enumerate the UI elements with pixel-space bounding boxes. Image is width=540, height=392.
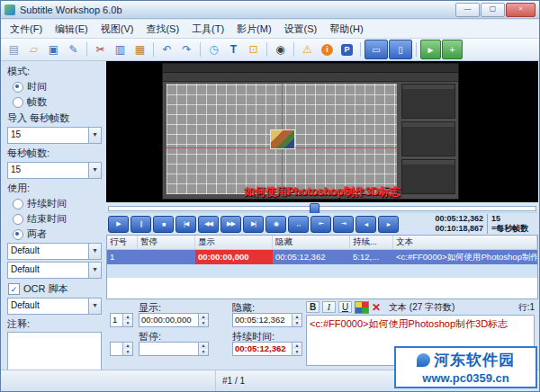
undo-icon[interactable]: ↶ [158, 40, 176, 58]
radio-icon [13, 199, 23, 209]
col-line-number[interactable]: 行号 [107, 236, 138, 249]
spinner-arrows-icon[interactable]: ▲▼ [198, 314, 208, 326]
video-preview[interactable]: 如何使用Photoshop制作3D标志 [106, 61, 538, 202]
redo-icon[interactable]: ↷ [177, 40, 196, 58]
ocr-script-select[interactable]: Default ▼ [7, 298, 102, 315]
player-controls: ▶ ∥ ■ |◀ ◀◀ ▶▶ ▶| ◉ ↔ ⇤ ⇥ ◄ ► 00:05:12,3… [106, 213, 538, 235]
text-styles-icon[interactable]: T [224, 40, 243, 58]
external-preview-icon[interactable]: + [442, 40, 463, 59]
video-frame-canvas [166, 84, 397, 194]
mode-label: 模式: [7, 65, 102, 78]
pause-spinner[interactable]: ▲▼ [139, 342, 209, 356]
menu-item-settings[interactable]: 设置(S) [278, 21, 324, 38]
save-icon[interactable]: ▣ [44, 40, 63, 58]
search-icon[interactable]: ◉ [271, 40, 290, 58]
col-pause[interactable]: 暂停 [138, 236, 195, 249]
move-subtitle-button[interactable]: ↔ [288, 216, 309, 233]
spinner-arrows-icon[interactable]: ▲▼ [122, 314, 132, 326]
close-button[interactable]: × [506, 3, 536, 17]
spinner-arrows-icon[interactable]: ▲▼ [122, 343, 132, 355]
underline-button[interactable]: U [338, 301, 352, 313]
seek-bar[interactable] [106, 202, 538, 213]
maximize-button[interactable]: ▢ [481, 3, 505, 17]
information-icon[interactable]: i [318, 40, 337, 58]
charset-translated-select[interactable]: Default ▼ [7, 262, 102, 279]
next-subtitle-button[interactable]: ▶| [243, 216, 264, 233]
pause-button[interactable]: ∥ [130, 216, 151, 233]
movie-mode-icon[interactable]: ► [420, 40, 441, 59]
stop-button[interactable]: ■ [153, 216, 174, 233]
subtitle-number-spinner[interactable]: 1 ▲▼ [110, 313, 133, 327]
toolbar: ▤ ▱ ▣ ✎ ✂ ▥ ▦ ↶ ↷ ◷ T ⊡ ◉ ⚠ i P ▭ ▯ ► + [1, 39, 539, 61]
titlebar[interactable]: Subtitle Workshop 6.0b — ▢ × [1, 1, 539, 19]
seek-track[interactable] [108, 206, 536, 211]
counter-spinner[interactable]: ▲▼ [110, 342, 133, 356]
col-hide[interactable]: 隐藏 [273, 236, 350, 249]
comments-icon[interactable]: ⊡ [244, 40, 263, 58]
menu-item-tools[interactable]: 工具(T) [185, 21, 230, 38]
col-show[interactable]: 显示 [195, 236, 273, 249]
new-file-icon[interactable]: ▤ [4, 40, 23, 58]
chevron-down-icon[interactable]: ▼ [88, 163, 101, 178]
charset-original-select[interactable]: Default ▼ [7, 243, 102, 260]
col-text[interactable]: 文本 [393, 236, 537, 249]
font-color-icon[interactable] [355, 301, 369, 314]
rewind-button[interactable]: ◀◀ [198, 216, 219, 233]
mode-time-radio[interactable]: 时间 [13, 80, 102, 94]
menu-item-view[interactable]: 视图(V) [94, 21, 140, 38]
duration-spinner[interactable]: 00:05:12,362 ▲▼ [232, 342, 302, 356]
hide-time-spinner[interactable]: 00:05:12,362 ▲▼ [232, 313, 302, 327]
toolbar-separator [293, 42, 294, 57]
open-file-icon[interactable]: ▱ [24, 40, 43, 58]
pascal-scripts-icon[interactable]: P [338, 40, 356, 58]
ocr-scripts-checkbox[interactable]: ✓ OCR 脚本 [8, 282, 102, 296]
menu-item-search[interactable]: 查找(S) [140, 21, 185, 38]
radio-icon [13, 82, 23, 93]
input-fps-select[interactable]: 15 ▼ [7, 127, 102, 144]
menu-item-help[interactable]: 帮助(H) [323, 21, 369, 38]
line-indicator: 行:1 [518, 301, 535, 314]
chevron-down-icon[interactable]: ▼ [88, 263, 101, 278]
menu-item-edit[interactable]: 编辑(E) [49, 21, 94, 38]
subtitle-grid[interactable]: 行号 暂停 显示 隐藏 持续... 文本 1 00:00:00,000 00:0… [106, 235, 538, 299]
menu-item-file[interactable]: 文件(F) [4, 21, 49, 38]
end-subtitle-button[interactable]: ► [378, 216, 399, 233]
fps-select[interactable]: 15 ▼ [7, 162, 102, 179]
error-check-icon[interactable]: ⚠ [298, 40, 317, 58]
col-duration[interactable]: 持续... [350, 236, 393, 249]
minimize-button[interactable]: — [455, 3, 480, 17]
mode-frames-radio[interactable]: 帧数 [13, 95, 102, 109]
set-start-time-button[interactable]: ⇤ [310, 216, 331, 233]
save-as-icon[interactable]: ✎ [64, 40, 83, 58]
table-row-empty[interactable] [107, 264, 537, 278]
play-button[interactable]: ▶ [108, 216, 129, 233]
bold-button[interactable]: B [306, 301, 320, 313]
prev-subtitle-button[interactable]: |◀ [176, 216, 196, 233]
chevron-down-icon[interactable]: ▼ [88, 128, 101, 143]
paste-icon[interactable]: ▦ [130, 40, 149, 58]
work-duration-radio[interactable]: 持续时间 [13, 197, 102, 210]
start-subtitle-button[interactable]: ◄ [356, 216, 376, 233]
italic-button[interactable]: I [322, 301, 336, 313]
set-end-time-button[interactable]: ⇥ [333, 216, 354, 233]
copy-icon[interactable]: ▥ [111, 40, 130, 58]
table-row[interactable]: 1 00:00:00,000 00:05:12,362 5:12,... <c:… [107, 250, 537, 264]
forward-button[interactable]: ▶▶ [220, 216, 241, 233]
cut-icon[interactable]: ✂ [91, 40, 110, 58]
spinner-arrows-icon[interactable]: ▲▼ [198, 343, 208, 355]
video-preview-mode-icon[interactable]: ▭ [364, 40, 388, 59]
chevron-down-icon[interactable]: ▼ [88, 244, 101, 259]
clear-format-icon[interactable]: ✕ [372, 302, 381, 313]
translator-mode-icon[interactable]: ▯ [389, 40, 412, 59]
menu-item-movie[interactable]: 影片(M) [230, 21, 278, 38]
show-time-spinner[interactable]: 00:00:00,000 ▲▼ [139, 313, 209, 327]
grid-header: 行号 暂停 显示 隐藏 持续... 文本 [107, 236, 537, 250]
playback-rate-button[interactable]: ◉ [266, 216, 286, 233]
work-final-time-radio[interactable]: 结束时间 [13, 212, 102, 226]
work-both-radio[interactable]: 两者 [13, 227, 102, 241]
time-adjust-icon[interactable]: ◷ [204, 40, 223, 58]
chevron-down-icon[interactable]: ▼ [88, 298, 101, 314]
spinner-arrows-icon[interactable]: ▲▼ [292, 343, 302, 355]
spinner-arrows-icon[interactable]: ▲▼ [292, 314, 302, 326]
current-time: 00:05:12,362 [428, 214, 483, 224]
